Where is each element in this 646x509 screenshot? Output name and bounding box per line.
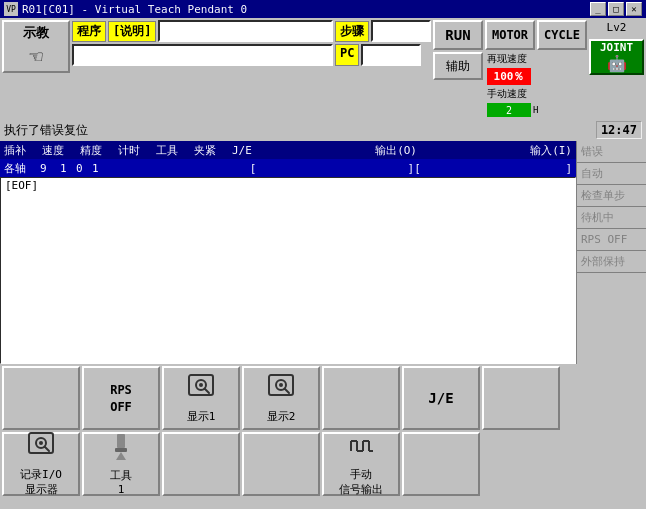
replay-speed-value: 100％ (487, 68, 531, 85)
display2-icon (267, 373, 295, 406)
top-toolbar: 示教 ☜ 程序 [说明] 步骤 PC (0, 18, 646, 119)
col-input: 输入(I) (530, 143, 572, 158)
display1-icon (187, 373, 215, 406)
cell-end: ] (565, 162, 572, 175)
hand-icon: ☜ (29, 44, 42, 69)
svg-line-11 (45, 447, 50, 452)
bottom-toolbar: RPS OFF 显示1 (0, 364, 646, 509)
close-button[interactable]: ✕ (626, 2, 642, 16)
display2-button[interactable]: 显示2 (242, 366, 320, 430)
right-top-buttons: RUN MOTOR CYCLE 辅助 再现速度 100％ 手动速度 2 H (433, 20, 587, 117)
manual-signal-label: 手动信号输出 (339, 467, 383, 497)
col-je: J/E (232, 144, 262, 157)
app-icon: VP (4, 2, 18, 16)
rps-off-button[interactable]: RPS OFF (82, 366, 160, 430)
window-title: R01[C01] - Virtual Teach Pendant 0 (22, 3, 247, 16)
time-display: 12:47 (596, 121, 642, 139)
bottom-row-1: RPS OFF 显示1 (2, 366, 644, 430)
joint-button[interactable]: JOINT 🤖 (589, 39, 644, 75)
pc-input[interactable] (361, 44, 421, 66)
rps-label: RPS (110, 383, 132, 397)
description-label: [说明] (108, 21, 156, 42)
cell-je: [ (250, 162, 266, 175)
step-pc-block: 步骤 PC (335, 20, 431, 66)
tool1-label: 工具1 (110, 468, 132, 496)
program-label: 程序 (72, 21, 106, 42)
col-timer: 计时 (118, 143, 148, 158)
joint-icon: 🤖 (607, 54, 627, 73)
svg-point-6 (279, 383, 283, 387)
status-message: 执行了错误复位 (4, 122, 88, 139)
bottom-row-2: 记录I/O显示器 工具1 (2, 432, 644, 496)
assist-button[interactable]: 辅助 (433, 52, 483, 80)
main-container: 示教 ☜ 程序 [说明] 步骤 PC (0, 18, 646, 509)
table-header: 插补 速度 精度 计时 工具 夹紧 J/E 输出(O) 输入(I) (0, 141, 576, 159)
speed-section: 再现速度 100％ 手动速度 2 H (487, 52, 538, 117)
col-speed: 速度 (42, 143, 72, 158)
manual-signal-button[interactable]: 手动信号输出 (322, 432, 400, 496)
motor-button[interactable]: MOTOR (485, 20, 535, 50)
joint-section: Lv2 JOINT 🤖 (589, 20, 644, 75)
tool1-icon (107, 432, 135, 465)
run-motor-cycle-row: RUN MOTOR CYCLE (433, 20, 587, 50)
right-btn-error[interactable]: 错误 (577, 141, 646, 163)
run-button[interactable]: RUN (433, 20, 483, 50)
window-controls: _ □ ✕ (590, 2, 642, 16)
right-btn-standby[interactable]: 待机中 (577, 207, 646, 229)
cycle-button[interactable]: CYCLE (537, 20, 587, 50)
pc-label: PC (335, 44, 359, 66)
col-tool: 工具 (156, 143, 186, 158)
step-input[interactable] (371, 20, 431, 42)
manual-speed-value: 2 (506, 105, 512, 116)
title-bar: VP R01[C01] - Virtual Teach Pendant 0 _ … (0, 0, 646, 18)
table-row[interactable]: 各轴 9 1 0 1 [ ][ ] (0, 159, 576, 177)
content-area: 插补 速度 精度 计时 工具 夹紧 J/E 输出(O) 输入(I) 各轴 9 1… (0, 141, 646, 364)
svg-rect-12 (117, 434, 125, 448)
program-field-2[interactable] (72, 44, 333, 66)
program-bot-row (72, 44, 333, 66)
svg-line-7 (285, 388, 290, 393)
content-main: 插补 速度 精度 计时 工具 夹紧 J/E 输出(O) 输入(I) 各轴 9 1… (0, 141, 576, 364)
maximize-button[interactable]: □ (608, 2, 624, 16)
cell-speed: 9 (40, 162, 60, 175)
teach-button[interactable]: 示教 ☜ (2, 20, 70, 73)
replay-speed-label: 再现速度 (487, 52, 538, 66)
manual-signal-icon (347, 431, 375, 464)
cell-interp: 各轴 (4, 161, 40, 176)
program-top-row: 程序 [说明] (72, 20, 333, 42)
lv2-label: Lv2 (604, 20, 630, 35)
right-btn-external-hold[interactable]: 外部保持 (577, 251, 646, 273)
svg-rect-13 (115, 448, 127, 452)
minimize-button[interactable]: _ (590, 2, 606, 16)
bottom-btn-empty-4 (162, 432, 240, 496)
svg-line-3 (205, 388, 210, 393)
display1-label: 显示1 (187, 409, 216, 424)
step-label: 步骤 (335, 21, 369, 42)
display1-button[interactable]: 显示1 (162, 366, 240, 430)
status-bar: 执行了错误复位 12:47 (0, 119, 646, 141)
step-bot-row: PC (335, 44, 431, 66)
tool1-button[interactable]: 工具1 (82, 432, 160, 496)
je-button[interactable]: J/E (402, 366, 480, 430)
cell-tool: 1 (92, 162, 108, 175)
program-input[interactable] (158, 20, 333, 42)
right-btn-check-step[interactable]: 检查单步 (577, 185, 646, 207)
right-btn-rps-off[interactable]: RPS OFF (577, 229, 646, 251)
right-panel: 错误 自动 检查单步 待机中 RPS OFF 外部保持 (576, 141, 646, 364)
manual-speed-h: H (533, 105, 538, 115)
cell-precision: 1 (60, 162, 76, 175)
col-output: 输出(O) (375, 143, 417, 158)
cell-brackets: ][ (408, 162, 424, 175)
record-io-icon (27, 431, 55, 464)
svg-point-10 (39, 441, 43, 445)
manual-speed-bar: 2 (487, 103, 531, 117)
cell-timer: 0 (76, 162, 92, 175)
step-top-row: 步骤 (335, 20, 431, 42)
off-label: OFF (110, 400, 132, 414)
joint-label: JOINT (600, 41, 633, 54)
record-io-label: 记录I/O显示器 (20, 467, 62, 497)
right-btn-auto[interactable]: 自动 (577, 163, 646, 185)
program-list: [EOF] (0, 177, 576, 364)
col-precision: 精度 (80, 143, 110, 158)
record-io-button[interactable]: 记录I/O显示器 (2, 432, 80, 496)
